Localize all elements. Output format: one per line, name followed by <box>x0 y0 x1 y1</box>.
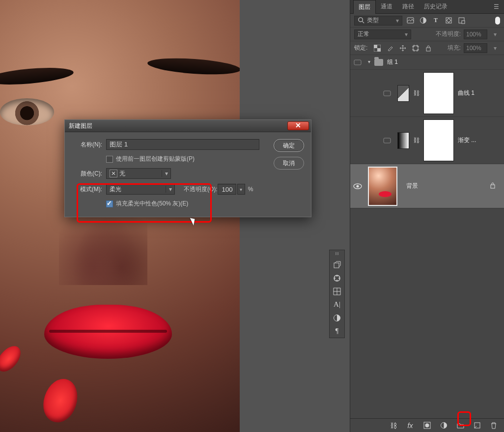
opacity-spinner[interactable]: ▾ <box>237 184 245 195</box>
svg-rect-26 <box>424 422 430 429</box>
opacity-label: 不透明度: <box>436 30 461 38</box>
dialog-titlebar[interactable]: 新建图层 ✕ <box>65 120 311 132</box>
chevron-down-icon[interactable]: ▾ <box>368 59 370 64</box>
svg-point-7 <box>359 18 363 22</box>
blend-mode-select[interactable]: 正常 ▾ <box>354 29 411 39</box>
lock-row: 锁定: 填充: 100% ▾ <box>350 41 504 55</box>
filter-shape-icon[interactable] <box>444 16 453 25</box>
adjustments-icon[interactable] <box>330 311 344 324</box>
filter-kind-select[interactable]: 类型 ▾ <box>354 16 402 26</box>
mask-icon[interactable] <box>422 421 431 430</box>
lock-icon <box>489 182 496 190</box>
background-thumbnail[interactable] <box>368 167 397 206</box>
gradient-name[interactable]: 渐变 ... <box>458 136 476 144</box>
svg-rect-13 <box>459 18 464 23</box>
ok-button[interactable]: 确定 <box>274 139 304 152</box>
svg-line-8 <box>362 21 364 23</box>
new-layer-icon[interactable] <box>473 421 481 430</box>
adjustment-layer-icon[interactable] <box>439 421 448 430</box>
folder-icon <box>374 59 383 66</box>
svg-rect-19 <box>426 48 430 51</box>
svg-rect-11 <box>446 18 451 23</box>
svg-point-3 <box>338 277 340 279</box>
filter-toggle[interactable] <box>495 17 500 25</box>
curves-name[interactable]: 曲线 1 <box>458 89 475 97</box>
tab-channels[interactable]: 通道 <box>376 0 397 14</box>
3d-icon[interactable] <box>330 258 344 271</box>
lock-move-icon[interactable] <box>398 44 408 53</box>
layer-curves-row[interactable]: ⛓ 曲线 1 <box>350 70 504 117</box>
mode-select[interactable]: 柔光 ▾ <box>106 184 175 195</box>
filter-type-icon[interactable]: T <box>431 16 441 25</box>
filter-pixel-icon[interactable] <box>405 16 415 25</box>
layer-background-row[interactable]: 背景 <box>350 164 504 208</box>
svg-rect-20 <box>354 60 361 65</box>
gradient-thumbnail <box>397 132 409 149</box>
paragraph-icon[interactable]: ¶ <box>330 324 344 338</box>
blend-row: 正常 ▾ 不透明度: 100% ▾ <box>350 28 504 41</box>
group-icon[interactable] <box>456 421 465 430</box>
fill-neutral-checkbox[interactable] <box>106 201 113 207</box>
link-layers-icon[interactable]: ⛓ <box>389 421 398 430</box>
svg-point-28 <box>441 423 447 429</box>
tab-layers[interactable]: 图层 <box>353 0 376 14</box>
mask-thumbnail[interactable] <box>423 72 454 114</box>
mask-thumbnail[interactable] <box>423 119 454 161</box>
svg-rect-17 <box>377 48 381 52</box>
search-icon <box>358 17 365 24</box>
svg-rect-15 <box>374 45 381 52</box>
close-button[interactable]: ✕ <box>287 121 309 130</box>
svg-rect-9 <box>407 18 414 23</box>
visibility-toggle[interactable] <box>350 59 365 65</box>
name-label: 名称(N): <box>74 141 102 149</box>
layer-name-input[interactable] <box>106 139 259 150</box>
lock-all-icon[interactable] <box>423 44 433 53</box>
filter-smart-icon[interactable] <box>456 16 466 25</box>
swatches-icon[interactable] <box>330 271 344 285</box>
lock-paint-icon[interactable] <box>385 44 395 53</box>
fill-caret[interactable]: ▾ <box>490 44 500 53</box>
group-name[interactable]: 组 1 <box>387 58 398 66</box>
fx-icon[interactable]: fx <box>406 421 415 430</box>
background-name[interactable]: 背景 <box>406 182 418 190</box>
trash-icon[interactable] <box>489 421 498 430</box>
panel-menu-icon[interactable]: ☰ <box>489 3 504 10</box>
svg-point-2 <box>336 275 338 277</box>
lock-transparent-icon[interactable] <box>372 44 382 53</box>
grid-icon[interactable] <box>330 285 344 298</box>
svg-rect-22 <box>384 138 391 143</box>
lock-label: 锁定: <box>354 44 367 52</box>
fill-neutral-label: 填充柔光中性色(50% 灰)(E) <box>116 200 188 208</box>
svg-point-5 <box>334 277 336 279</box>
layer-group-row[interactable]: ▾ 组 1 <box>350 55 504 70</box>
cancel-button[interactable]: 取消 <box>274 157 304 170</box>
opacity-caret[interactable]: ▾ <box>490 30 500 39</box>
new-layer-dialog: 新建图层 ✕ 确定 取消 名称(N): 使用前一图层创建剪贴蒙版(P) 颜色(C… <box>64 119 311 217</box>
svg-point-4 <box>336 280 338 281</box>
color-label: 颜色(C): <box>74 170 102 178</box>
vertical-toolbar[interactable]: A| ¶ <box>329 250 345 338</box>
svg-point-1 <box>334 275 340 281</box>
panel-grip[interactable] <box>332 252 342 256</box>
svg-rect-14 <box>462 21 465 24</box>
svg-point-27 <box>425 424 429 428</box>
link-icon[interactable]: ⛓ <box>413 89 420 97</box>
svg-rect-21 <box>384 91 391 96</box>
svg-point-6 <box>334 315 340 321</box>
visibility-toggle[interactable] <box>350 183 365 189</box>
color-select[interactable]: ✕无 ▾ <box>106 168 171 179</box>
filter-adjust-icon[interactable] <box>418 16 428 25</box>
fill-value-input[interactable]: 100% <box>464 43 487 53</box>
opacity-value-input[interactable]: 100% <box>464 29 487 39</box>
layer-gradient-row[interactable]: ⛓ 渐变 ... <box>350 117 504 164</box>
clip-mask-checkbox[interactable] <box>106 156 113 163</box>
svg-rect-18 <box>413 46 418 51</box>
link-icon[interactable]: ⛓ <box>413 137 420 144</box>
svg-point-23 <box>354 184 362 189</box>
opacity-input[interactable] <box>218 184 236 195</box>
tab-paths[interactable]: 路径 <box>397 0 419 14</box>
tab-history[interactable]: 历史记录 <box>419 0 452 14</box>
character-icon[interactable]: A| <box>330 298 344 311</box>
blend-mode-value: 正常 <box>358 30 369 38</box>
lock-artboard-icon[interactable] <box>411 44 420 53</box>
